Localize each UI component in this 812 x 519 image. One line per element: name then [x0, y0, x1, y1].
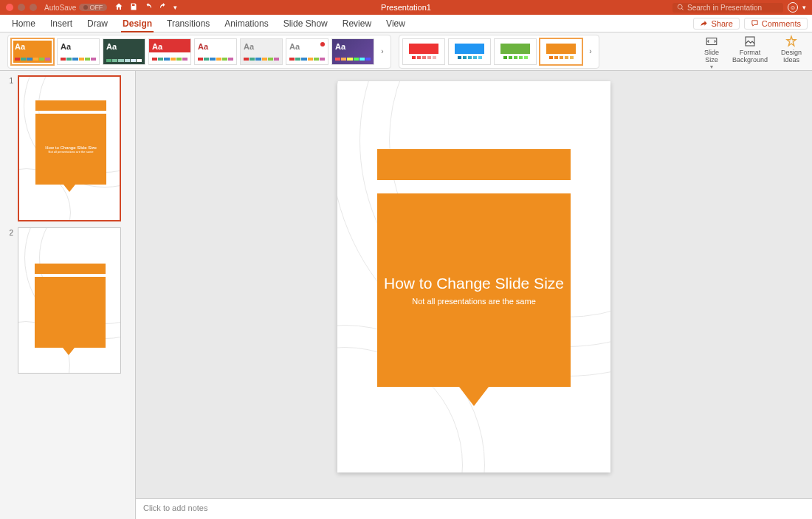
themes-gallery: Aa Aa Aa Aa Aa Aa Aa Aa — [7, 35, 391, 69]
variants-more-button[interactable]: › — [585, 47, 596, 55]
variant-red[interactable] — [402, 38, 445, 65]
tab-home[interactable]: Home — [4, 15, 43, 32]
slide-editor-area: How to Change Slide Size Not all present… — [136, 71, 812, 519]
tab-design[interactable]: Design — [115, 15, 159, 32]
format-background-icon — [743, 35, 757, 48]
canvas-viewport[interactable]: How to Change Slide Size Not all present… — [136, 71, 812, 498]
quick-access-toolbar: ▾ — [114, 2, 177, 13]
share-button[interactable]: Share — [693, 18, 739, 30]
tab-slide-show[interactable]: Slide Show — [276, 15, 335, 32]
tab-view[interactable]: View — [379, 15, 413, 32]
comment-icon — [751, 19, 759, 27]
tab-animations[interactable]: Animations — [217, 15, 275, 32]
theme-option-2[interactable]: Aa — [57, 38, 100, 65]
slide-thumbnail-1[interactable]: How to Change Slide Size Not all present… — [18, 75, 121, 221]
close-window-button[interactable] — [6, 4, 13, 11]
search-input[interactable] — [687, 4, 776, 12]
tab-transitions[interactable]: Transitions — [159, 15, 217, 32]
themes-more-button[interactable]: › — [377, 47, 388, 55]
format-background-button[interactable]: Format Background — [729, 33, 771, 66]
undo-icon[interactable] — [144, 2, 153, 13]
account-dropdown-icon[interactable]: ▾ — [802, 4, 806, 11]
slide-subtitle-text[interactable]: Not all presentations are the same — [412, 297, 536, 306]
redo-icon[interactable] — [159, 2, 168, 13]
theme-option-1[interactable]: Aa — [11, 38, 54, 65]
search-box[interactable] — [672, 3, 783, 13]
tab-draw[interactable]: Draw — [80, 15, 115, 32]
comments-button[interactable]: Comments — [744, 18, 808, 30]
theme-option-7[interactable]: Aa — [286, 38, 328, 65]
tab-review[interactable]: Review — [335, 15, 379, 32]
theme-option-5[interactable]: Aa — [194, 38, 237, 65]
theme-option-4[interactable]: Aa — [148, 38, 191, 65]
theme-option-8[interactable]: Aa — [331, 38, 374, 65]
design-ribbon: Aa Aa Aa Aa Aa Aa Aa Aa — [0, 32, 812, 71]
slide-title-text[interactable]: How to Change Slide Size — [384, 275, 564, 292]
save-icon[interactable] — [129, 2, 138, 13]
workspace: 1 How to Change Slide Size Not all prese… — [0, 71, 812, 519]
minimize-window-button[interactable] — [18, 4, 25, 11]
tab-insert[interactable]: Insert — [43, 15, 80, 32]
slide-size-icon — [704, 35, 719, 48]
slide-canvas[interactable]: How to Change Slide Size Not all present… — [337, 81, 610, 472]
variant-blue[interactable] — [448, 38, 491, 65]
autosave-toggle[interactable]: OFF — [79, 4, 107, 11]
design-ideas-label: Design Ideas — [781, 49, 802, 64]
format-background-label: Format Background — [732, 49, 768, 64]
slide-number-2: 2 — [7, 227, 13, 237]
ribbon-tabs: Home Insert Draw Design Transitions Anim… — [0, 15, 812, 32]
title-bar-shape[interactable] — [377, 149, 571, 180]
theme-option-3[interactable]: Aa — [103, 38, 145, 65]
variant-orange[interactable] — [540, 38, 582, 65]
window-controls — [0, 4, 37, 11]
slide-thumbnail-panel: 1 How to Change Slide Size Not all prese… — [0, 71, 136, 519]
slide-size-button[interactable]: Slide Size ▼ — [701, 33, 722, 71]
home-icon[interactable] — [114, 2, 123, 13]
comments-label: Comments — [762, 19, 801, 28]
feedback-icon[interactable]: ☺ — [788, 2, 798, 13]
variants-gallery: › — [399, 35, 599, 69]
design-ideas-button[interactable]: Design Ideas — [778, 33, 805, 66]
chevron-down-icon: ▼ — [709, 64, 714, 70]
zoom-window-button[interactable] — [30, 4, 37, 11]
share-label: Share — [711, 19, 732, 28]
content-box-shape[interactable]: How to Change Slide Size Not all present… — [377, 193, 571, 387]
design-ideas-icon — [784, 35, 799, 48]
autosave-label: AutoSave — [44, 4, 76, 12]
slide-size-label: Slide Size — [704, 49, 719, 64]
thumb1-subtitle: Not all presentations are the same — [49, 150, 94, 154]
title-bar: AutoSave OFF ▾ Presentation1 ☺ ▾ — [0, 0, 812, 15]
notes-pane[interactable]: Click to add notes — [136, 498, 812, 519]
variant-green[interactable] — [494, 38, 537, 65]
svg-rect-1 — [746, 37, 754, 46]
slide-thumbnail-2[interactable] — [18, 227, 121, 374]
qat-more-icon[interactable]: ▾ — [173, 4, 177, 11]
document-title: Presentation1 — [381, 3, 431, 12]
autosave-indicator[interactable]: AutoSave OFF — [44, 4, 107, 12]
theme-option-6[interactable]: Aa — [240, 38, 283, 65]
notes-placeholder: Click to add notes — [143, 503, 207, 512]
share-icon — [700, 19, 708, 27]
slide-number-1: 1 — [7, 75, 13, 85]
search-icon — [677, 4, 684, 11]
